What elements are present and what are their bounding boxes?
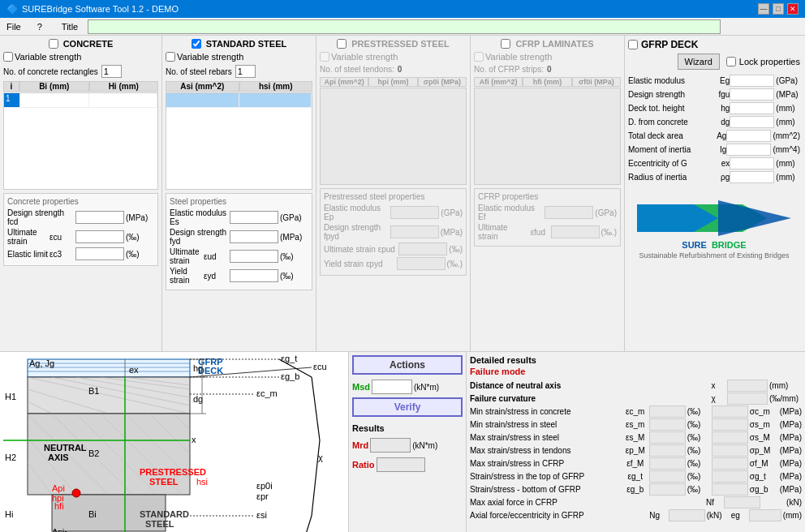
neutral-axis-input[interactable] bbox=[727, 380, 768, 392]
cfrp-column: CFRP LAMINATES Variable strength No. of … bbox=[471, 36, 625, 351]
steel-checkbox[interactable] bbox=[192, 39, 201, 49]
concrete-ecu-input[interactable] bbox=[75, 230, 124, 243]
steel-no-of-row: No. of steel rebars bbox=[166, 65, 312, 78]
max-strain-steel-row: Max strain/stress in steel εs_M (‰) σs_M… bbox=[470, 431, 802, 444]
concrete-ult-strain-row: Ultimate strain εcu (‰) bbox=[7, 228, 154, 246]
concrete-ec3-input[interactable] bbox=[75, 247, 124, 260]
cfrp-elastic-row: Elastic modulus Ef (GPa) bbox=[478, 204, 617, 221]
concrete-cell-bi[interactable] bbox=[20, 93, 89, 108]
svg-text:hg: hg bbox=[193, 363, 203, 373]
msd-input[interactable] bbox=[372, 380, 412, 394]
prestress-epyd-input bbox=[397, 257, 446, 270]
lock-properties-row: Lock properties bbox=[726, 57, 800, 66]
min-strain-steel-row: Min strain/stress in steel εs_m (‰) σs_m… bbox=[470, 418, 802, 431]
prestress-variable-strength-row: Variable strength bbox=[320, 52, 467, 62]
svg-text:εcu: εcu bbox=[313, 362, 327, 371]
gfrp-pg-input[interactable] bbox=[730, 171, 774, 183]
ec-m-strain-input[interactable] bbox=[649, 405, 686, 418]
eg-t-stress-input[interactable] bbox=[712, 470, 748, 483]
minimize-button[interactable]: — bbox=[758, 3, 769, 15]
gfrp-design-str-row: Design strength fgu (MPa) bbox=[628, 88, 800, 101]
lock-properties-checkbox[interactable] bbox=[726, 57, 736, 66]
es-m-strain-input[interactable] bbox=[649, 418, 686, 431]
gfrp-header: GFRP DECK bbox=[628, 39, 698, 50]
mrd-input[interactable] bbox=[370, 438, 411, 453]
eg-input[interactable] bbox=[749, 509, 781, 521]
concrete-variable-strength-checkbox[interactable] bbox=[3, 52, 13, 62]
help-menu[interactable]: ? bbox=[34, 20, 45, 33]
es-m-stress-input[interactable] bbox=[712, 418, 748, 431]
steel-yield-strain-row: Yield strain εyd (‰) bbox=[170, 267, 308, 285]
ec-m-stress-input[interactable] bbox=[712, 405, 748, 418]
gfrp-ex-input[interactable] bbox=[730, 157, 774, 169]
gfrp-eg-input[interactable] bbox=[730, 75, 774, 87]
svg-text:dg: dg bbox=[193, 394, 203, 404]
gfrp-deck-height-row: Deck tot. height hg (mm) bbox=[628, 102, 800, 114]
file-menu[interactable]: File bbox=[3, 20, 24, 33]
verify-button[interactable]: Verify bbox=[352, 397, 463, 417]
es-M-stress-input[interactable] bbox=[712, 431, 748, 444]
title-input[interactable] bbox=[88, 19, 721, 34]
eg-t-strain-input[interactable] bbox=[649, 470, 686, 483]
gfrp-fgu-input[interactable] bbox=[730, 88, 774, 101]
steel-variable-strength-checkbox[interactable] bbox=[166, 52, 175, 62]
ep-M-strain-input[interactable] bbox=[649, 444, 686, 457]
prestress-fpyd-input bbox=[390, 225, 439, 238]
ng-input[interactable] bbox=[669, 509, 705, 521]
gfrp-properties: Elastic modulus Eg (GPa) Design strength… bbox=[628, 75, 800, 183]
concrete-data-grid[interactable]: 1 bbox=[3, 92, 158, 190]
cfrp-checkbox[interactable] bbox=[501, 39, 510, 49]
gfrp-dg-input[interactable] bbox=[730, 116, 774, 128]
gfrp-radius-row: Radius of inertia ρg (mm) bbox=[628, 171, 800, 183]
steel-hsi-header: hsi (mm) bbox=[239, 81, 313, 92]
prestress-checkbox[interactable] bbox=[337, 39, 347, 49]
ef-M-stress-input[interactable] bbox=[712, 457, 748, 470]
concrete-checkbox[interactable] bbox=[49, 39, 58, 49]
ep-M-stress-input[interactable] bbox=[712, 444, 748, 457]
svg-text:hfi: hfi bbox=[54, 501, 64, 511]
steel-no-input[interactable] bbox=[235, 65, 256, 78]
min-strain-concrete-row: Min strain/stress in concrete εc_m (‰) σ… bbox=[470, 405, 802, 418]
concrete-no-input[interactable] bbox=[101, 65, 122, 78]
prestress-elastic-row: Elastic modulus Ep (GPa) bbox=[324, 204, 463, 221]
wizard-button[interactable]: Wizard bbox=[678, 54, 720, 70]
title-bar-controls: — □ ✕ bbox=[758, 3, 799, 15]
steel-eud-input[interactable] bbox=[230, 250, 278, 263]
gfrp-checkbox[interactable] bbox=[628, 40, 638, 49]
steel-cell-hsi[interactable] bbox=[239, 93, 312, 108]
steel-data-grid[interactable] bbox=[166, 92, 312, 190]
close-button[interactable]: ✕ bbox=[787, 3, 799, 15]
gfrp-hg-input[interactable] bbox=[730, 102, 774, 114]
nf-input[interactable] bbox=[724, 496, 760, 508]
concrete-fcd-input[interactable] bbox=[75, 211, 124, 224]
steel-eyd-input[interactable] bbox=[230, 269, 278, 282]
gfrp-ig-input[interactable] bbox=[726, 144, 771, 156]
steel-es-input[interactable] bbox=[230, 211, 278, 224]
failure-curvature-input[interactable] bbox=[727, 393, 768, 405]
surebridge-logo-area: SURE BRIDGE Sustainable Refurbishment of… bbox=[628, 190, 800, 266]
steel-cell-asi[interactable] bbox=[166, 93, 239, 108]
concrete-props: Concrete properties Design strength fcd … bbox=[3, 193, 158, 266]
eg-b-strain-input[interactable] bbox=[649, 483, 686, 496]
ef-M-strain-input[interactable] bbox=[649, 457, 686, 470]
top-section: CONCRETE Variable strength No. of concre… bbox=[0, 36, 805, 352]
cfrp-variable-strength-checkbox[interactable] bbox=[474, 52, 484, 62]
svg-text:STANDARD: STANDARD bbox=[140, 509, 189, 519]
svg-text:B2: B2 bbox=[88, 448, 99, 458]
title-bar-left: 🔷 SUREBridge Software Tool 1.2 - DEMO bbox=[6, 3, 179, 15]
svg-text:Asi•: Asi• bbox=[52, 527, 67, 532]
gfrp-ag-input[interactable] bbox=[726, 130, 771, 142]
concrete-cell-hi[interactable] bbox=[89, 93, 158, 108]
prestress-variable-strength-checkbox[interactable] bbox=[320, 52, 329, 62]
eg-b-stress-input[interactable] bbox=[712, 483, 748, 496]
es-M-strain-input[interactable] bbox=[649, 431, 686, 444]
steel-header: STANDARD STEEL bbox=[166, 39, 312, 49]
maximize-button[interactable]: □ bbox=[773, 3, 784, 15]
svg-text:H2: H2 bbox=[5, 453, 16, 462]
concrete-header: CONCRETE bbox=[3, 39, 158, 49]
steel-fyd-input[interactable] bbox=[230, 230, 278, 243]
ratio-input[interactable] bbox=[377, 457, 425, 472]
actions-button[interactable]: Actions bbox=[352, 355, 463, 375]
title-bar: 🔷 SUREBridge Software Tool 1.2 - DEMO — … bbox=[0, 0, 805, 18]
cross-section-diagram: Ag, Jg GFRP DECK εg_t εg_b bbox=[3, 355, 344, 532]
